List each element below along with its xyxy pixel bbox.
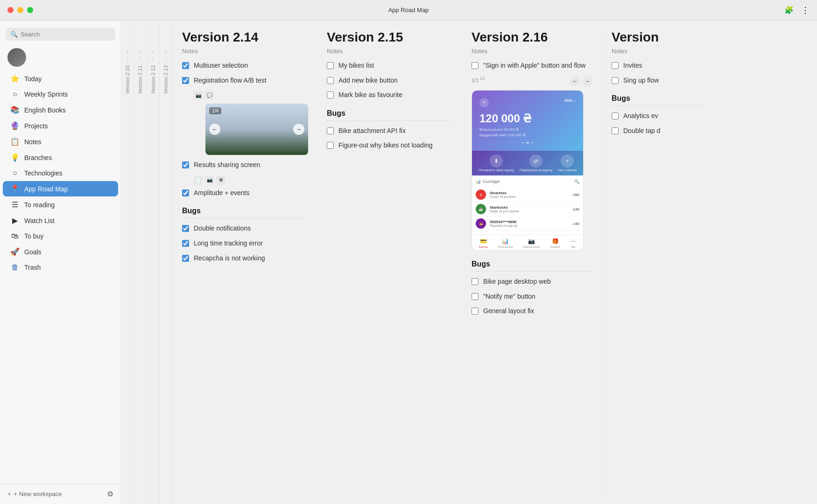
search-input[interactable] xyxy=(21,31,111,38)
phone-tab-4[interactable]: ⋯ Ще xyxy=(570,238,576,248)
carousel-prev-button[interactable]: ← xyxy=(209,124,220,135)
sidebar-item-label: Watch List xyxy=(24,217,55,224)
vtab-arrow-down-0[interactable]: ↓ xyxy=(126,55,129,61)
screenshot-next-button[interactable]: → xyxy=(582,76,592,86)
avatar xyxy=(7,48,26,67)
sidebar-item-label: English Books xyxy=(24,106,66,114)
sidebar-item-today[interactable]: ⭐ Today xyxy=(3,71,118,86)
phone-tab-1[interactable]: 📊 Розстрочка xyxy=(498,238,513,248)
sidebar-item-watch-list[interactable]: ▶ Watch List xyxy=(3,213,118,228)
goals-icon: 🚀 xyxy=(10,247,20,256)
sidebar-item-projects[interactable]: 🔮 Projects xyxy=(3,118,118,133)
sidebar-item-label: Today xyxy=(24,75,42,83)
sidebar-item-to-reading[interactable]: ☰ To reading xyxy=(3,197,118,212)
sidebar-item-branches[interactable]: 💡 Branches xyxy=(3,150,118,165)
checkbox-215-1[interactable] xyxy=(327,77,334,84)
vtab-arrow-down-1[interactable]: ↓ xyxy=(139,55,142,61)
vtab-arrow-up-1[interactable]: ↑ xyxy=(139,49,142,54)
bug-checkbox-215-1[interactable] xyxy=(327,142,334,149)
map-icon: 📍 xyxy=(10,184,20,193)
phone-amount: 120 000 ₴ xyxy=(479,112,576,125)
phone-action-label-1: Переказати на картку xyxy=(520,168,552,172)
checkbox-216-0[interactable] xyxy=(472,62,479,69)
phone-list-sub-1: Кафе та ресторани xyxy=(490,210,568,213)
sidebar-item-technologies[interactable]: ○ Technologies xyxy=(3,166,118,181)
sidebar-item-label: Notes xyxy=(24,138,42,146)
window-title: App Road Map xyxy=(388,7,429,14)
check-item-text-215-0: My bikes list xyxy=(338,61,374,70)
version-column-217: Version Notes Invites Sing up flow Bugs … xyxy=(612,30,714,495)
check-item-217-0: Invites xyxy=(612,61,705,70)
sidebar-item-to-buy[interactable]: 🛍 To buy xyxy=(3,229,118,244)
dot-0 xyxy=(521,142,524,143)
phone-tab-2[interactable]: 📷 Накопичення xyxy=(523,238,540,248)
bug-checkbox-216-1[interactable] xyxy=(472,293,479,300)
tab-icon-2: 📷 xyxy=(528,238,535,245)
phone-list-text-0: Smartass Спорт та розваги xyxy=(490,191,568,198)
menu-icon[interactable]: ⋮ xyxy=(801,5,810,15)
bug-checkbox-214-1[interactable] xyxy=(182,240,189,247)
sidebar-item-label: Weekly Sprints xyxy=(24,91,68,98)
vtab-arrow-up-0[interactable]: ↑ xyxy=(126,49,129,54)
vtab-label-3[interactable]: Version 2.13 xyxy=(163,62,169,98)
checkbox-217-0[interactable] xyxy=(612,62,619,69)
new-workspace-button[interactable]: + + New workspace xyxy=(7,490,62,497)
vtab-label-2[interactable]: Version 2.12 xyxy=(150,62,156,98)
phone-avatar-0: S xyxy=(476,189,486,200)
checkbox-215-0[interactable] xyxy=(327,62,334,69)
checkbox-214-0[interactable] xyxy=(182,62,189,69)
vtab-arrow-down-3[interactable]: ↓ xyxy=(165,55,168,61)
sidebar-item-english-books[interactable]: 📚 English Books xyxy=(3,102,118,118)
search-icon: 🔍 xyxy=(10,31,18,38)
bug-checkbox-216-2[interactable] xyxy=(472,308,479,315)
phone-avatar-2: 💳 xyxy=(476,218,486,229)
bug-item-214-2: Recapcha is not working xyxy=(182,254,308,263)
phone-tab-0[interactable]: 💳 Картка xyxy=(479,238,488,248)
phone-tab-3[interactable]: 🎁 Кешбок xyxy=(550,238,560,248)
bug-text-216-1: "Notify me" button xyxy=(483,292,535,301)
check-item-217-1: Sing up flow xyxy=(612,76,705,85)
extensions-icon[interactable]: 🧩 xyxy=(784,6,794,14)
checkbox-214-1[interactable] xyxy=(182,77,189,84)
search-container[interactable]: 🔍 xyxy=(6,28,115,41)
sidebar-item-weekly-sprints[interactable]: ○ Weekly Sprints xyxy=(3,87,118,102)
tab-icon-3: 🎁 xyxy=(552,238,559,245)
phone-actions: ⬇ Поповнити свою картку ⇄ Переказати на … xyxy=(472,151,583,175)
bug-checkbox-217-0[interactable] xyxy=(612,112,619,119)
section-label-215-notes: Notes xyxy=(327,48,452,55)
vtab-arrow-down-2[interactable]: ↓ xyxy=(152,55,155,61)
sidebar-footer: + + New workspace ⚙ xyxy=(0,483,121,504)
bug-checkbox-217-1[interactable] xyxy=(612,127,619,134)
version-title-216: Version 2.16 xyxy=(472,30,592,45)
maximize-button[interactable] xyxy=(27,7,33,13)
checkbox-217-1[interactable] xyxy=(612,77,619,84)
sidebar-item-trash[interactable]: 🗑 Trash xyxy=(3,260,118,275)
checkbox-214-3[interactable] xyxy=(182,189,189,196)
close-button[interactable] xyxy=(7,7,14,13)
sidebar-item-label: Trash xyxy=(24,264,41,271)
sidebar-item-notes[interactable]: 📋 Notes xyxy=(3,134,118,149)
bug-item-214-0: Double notifications xyxy=(182,224,308,233)
checkbox-215-2[interactable] xyxy=(327,91,334,98)
screenshot-prev-button[interactable]: ← xyxy=(570,76,580,86)
minimize-button[interactable] xyxy=(17,7,23,13)
phone-detail-0: Власні кошти 20 000 ₴ xyxy=(479,127,576,133)
bug-item-216-1: "Notify me" button xyxy=(472,292,592,301)
vtab-arrow-up-2[interactable]: ↑ xyxy=(152,49,155,54)
vtab-arrow-up-3[interactable]: ↑ xyxy=(165,49,168,54)
bug-checkbox-214-0[interactable] xyxy=(182,225,189,232)
vtab-label-0[interactable]: Version 2.10 xyxy=(125,62,130,98)
bug-checkbox-216-0[interactable] xyxy=(472,278,479,285)
sidebar-item-app-road-map[interactable]: 📍 App Road Map xyxy=(3,181,118,196)
check-item-text-215-2: Mark bike as favourite xyxy=(338,91,402,100)
vtab-label-1[interactable]: Version 2.11 xyxy=(137,62,143,98)
settings-icon[interactable]: ⚙ xyxy=(107,490,113,498)
checkbox-214-2[interactable] xyxy=(182,161,189,168)
bug-checkbox-215-0[interactable] xyxy=(327,127,334,134)
bug-text-215-1: Figure-out why bikes not loading xyxy=(338,141,433,150)
sidebar-item-goals[interactable]: 🚀 Goals xyxy=(3,244,118,259)
carousel-next-button[interactable]: → xyxy=(293,124,304,135)
vtab-col-1: ↑ ↓ Version 2.11 xyxy=(134,21,147,504)
bug-checkbox-214-2[interactable] xyxy=(182,255,189,262)
bug-text-217-1: Double tap d xyxy=(623,126,660,136)
